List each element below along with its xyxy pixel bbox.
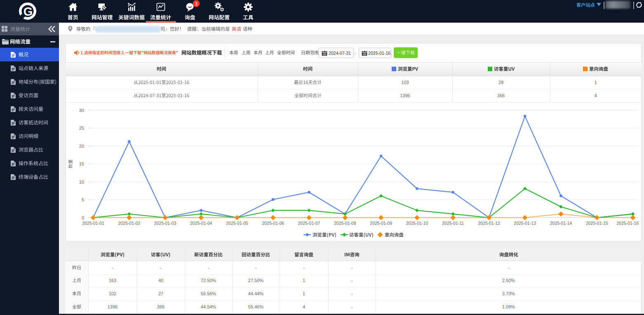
svg-text:2025-01-15: 2025-01-15 bbox=[585, 220, 608, 225]
svg-text:20: 20 bbox=[79, 143, 84, 148]
svg-text:G: G bbox=[24, 5, 33, 18]
svg-text:15: 15 bbox=[79, 161, 84, 166]
svg-text:2025-01-10: 2025-01-10 bbox=[406, 220, 428, 225]
svg-text:0: 0 bbox=[81, 215, 84, 220]
svg-text:2025-01-11: 2025-01-11 bbox=[442, 220, 464, 225]
svg-text:2025-01-07: 2025-01-07 bbox=[298, 220, 320, 225]
svg-text:25: 25 bbox=[323, 53, 326, 55]
svg-text:2025-01-01: 2025-01-01 bbox=[82, 220, 104, 225]
svg-text:2025-01-04: 2025-01-04 bbox=[190, 220, 212, 225]
svg-text:2025-01-09: 2025-01-09 bbox=[370, 220, 392, 225]
svg-text:2025-01-06: 2025-01-06 bbox=[262, 220, 284, 225]
svg-text:2025-01-03: 2025-01-03 bbox=[154, 220, 176, 225]
svg-text:2025-01-13: 2025-01-13 bbox=[514, 220, 536, 225]
svg-text:30: 30 bbox=[79, 107, 84, 112]
svg-text:2025-01-08: 2025-01-08 bbox=[334, 220, 356, 225]
svg-text:2025-01-14: 2025-01-14 bbox=[550, 220, 572, 225]
svg-text:25: 25 bbox=[363, 53, 366, 55]
svg-text:2025-01-02: 2025-01-02 bbox=[118, 220, 140, 225]
svg-text:5: 5 bbox=[81, 197, 84, 202]
svg-text:25: 25 bbox=[79, 126, 84, 131]
svg-text:2025-01-12: 2025-01-12 bbox=[478, 220, 500, 225]
svg-text:10: 10 bbox=[79, 179, 84, 184]
svg-text:2025-01-16: 2025-01-16 bbox=[616, 220, 639, 225]
svg-text:2025-01-05: 2025-01-05 bbox=[226, 220, 248, 225]
svg-text:3: 3 bbox=[195, 1, 197, 6]
